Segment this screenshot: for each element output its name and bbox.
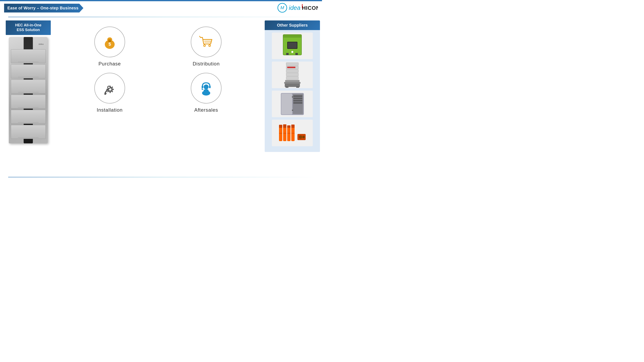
svg-rect-65 xyxy=(283,124,286,128)
ess-module-3 xyxy=(11,79,46,93)
hec-label: HEC All-in-One ESS Solution xyxy=(6,20,51,35)
svg-rect-69 xyxy=(291,125,294,128)
aftersales-label: Aftersales xyxy=(194,107,218,113)
svg-rect-67 xyxy=(287,125,290,128)
svg-text:idea: idea xyxy=(289,4,300,11)
purchase-icon: $ xyxy=(102,34,118,50)
svg-point-72 xyxy=(302,136,305,138)
supplier-product-2 xyxy=(272,61,313,88)
left-panel: HEC All-in-One ESS Solution Midea xyxy=(6,20,51,143)
svg-point-38 xyxy=(291,51,293,53)
service-item-distribution: Distribution xyxy=(164,26,248,67)
ess-module-2 xyxy=(11,64,46,78)
title-banner: Ease of Worry – One-step Business xyxy=(4,4,83,12)
svg-rect-60 xyxy=(292,96,293,97)
svg-rect-39 xyxy=(286,53,289,55)
svg-rect-54 xyxy=(281,93,292,115)
supplier-product-3 xyxy=(272,91,313,117)
svg-rect-57 xyxy=(293,97,302,99)
svg-rect-29 xyxy=(204,89,208,93)
logo-midea-container: M idea HICONICS xyxy=(277,2,318,13)
supplier-product-1 xyxy=(272,32,313,59)
page-title: Ease of Worry – One-step Business xyxy=(7,6,78,10)
svg-rect-41 xyxy=(283,34,302,38)
logo-area: M idea HICONICS xyxy=(277,2,318,13)
svg-rect-42 xyxy=(286,63,298,66)
header-bar xyxy=(0,0,322,1)
aftersales-icon xyxy=(198,80,214,96)
svg-rect-64 xyxy=(283,127,286,141)
right-panel: Other Suppliers xyxy=(265,20,320,152)
separator-line-top xyxy=(8,17,318,17)
svg-text:HICONICS: HICONICS xyxy=(302,5,318,11)
device-modules xyxy=(11,49,46,140)
cables-svg xyxy=(277,123,308,143)
svg-rect-20 xyxy=(112,89,114,90)
separator-line-bottom xyxy=(8,177,318,177)
svg-rect-45 xyxy=(286,73,298,76)
installation-icon xyxy=(102,80,118,96)
other-suppliers-header: Other Suppliers xyxy=(265,20,320,30)
svg-rect-4 xyxy=(302,4,302,8)
svg-rect-61 xyxy=(292,110,293,111)
svg-point-13 xyxy=(204,45,205,46)
svg-rect-37 xyxy=(288,42,297,48)
svg-text:M: M xyxy=(280,5,284,10)
battery-stack-svg xyxy=(281,61,304,88)
svg-rect-62 xyxy=(279,127,282,141)
svg-rect-66 xyxy=(287,127,290,141)
purchase-circle: $ xyxy=(94,26,125,57)
aftersales-circle xyxy=(191,73,222,103)
installation-label: Installation xyxy=(96,107,122,113)
svg-rect-46 xyxy=(286,76,298,79)
elec-box-svg xyxy=(280,92,304,116)
svg-rect-49 xyxy=(284,82,300,84)
service-item-aftersales: Aftersales xyxy=(164,73,248,113)
svg-rect-33 xyxy=(202,89,203,90)
svg-rect-63 xyxy=(279,125,282,128)
svg-rect-58 xyxy=(293,100,302,101)
svg-point-71 xyxy=(299,135,302,139)
svg-rect-32 xyxy=(209,86,211,88)
svg-point-30 xyxy=(204,84,208,89)
svg-text:$: $ xyxy=(108,41,111,47)
ess-module-4 xyxy=(11,95,46,109)
svg-rect-75 xyxy=(287,133,290,134)
svg-rect-73 xyxy=(279,133,282,134)
inverter-svg xyxy=(281,33,304,58)
ess-module-5 xyxy=(11,110,46,124)
svg-rect-44 xyxy=(286,69,298,73)
svg-rect-47 xyxy=(287,67,296,68)
svg-point-27 xyxy=(108,86,110,88)
svg-point-15 xyxy=(209,45,210,46)
ess-module-1 xyxy=(11,49,46,63)
ess-device: Midea xyxy=(9,37,48,143)
supplier-product-4 xyxy=(272,120,313,146)
svg-rect-52 xyxy=(296,86,299,88)
svg-rect-22 xyxy=(110,92,111,93)
svg-rect-40 xyxy=(296,53,298,55)
ess-module-6 xyxy=(11,125,46,139)
svg-rect-59 xyxy=(293,102,302,104)
installation-circle xyxy=(94,73,125,103)
midea-logo-svg: M idea HICONICS xyxy=(277,2,318,13)
distribution-icon xyxy=(198,34,214,50)
svg-rect-51 xyxy=(286,86,288,88)
device-brand-label: Midea xyxy=(38,43,44,45)
svg-rect-74 xyxy=(283,133,286,134)
svg-rect-50 xyxy=(285,84,300,87)
svg-rect-68 xyxy=(291,127,294,141)
center-grid: $ Purchase Distribution xyxy=(59,22,256,117)
distribution-label: Distribution xyxy=(193,61,220,67)
distribution-circle xyxy=(191,26,222,57)
svg-rect-56 xyxy=(293,95,302,97)
purchase-label: Purchase xyxy=(98,61,121,67)
service-item-purchase: $ Purchase xyxy=(68,26,152,67)
service-item-installation: Installation xyxy=(68,73,152,113)
svg-rect-76 xyxy=(291,133,294,134)
